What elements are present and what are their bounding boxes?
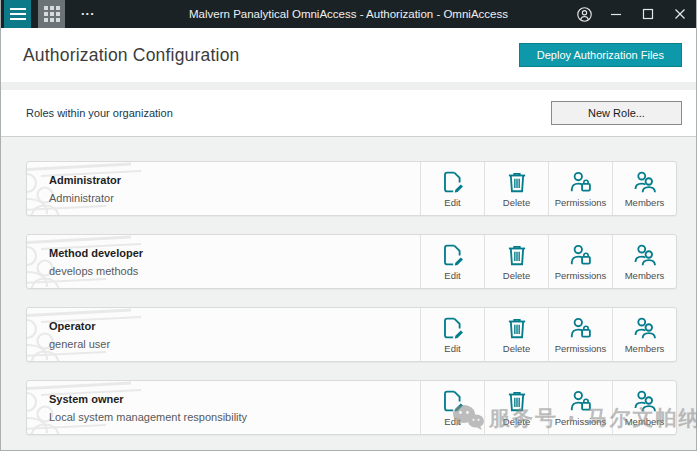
edit-icon (440, 169, 466, 195)
roles-section-label: Roles within your organization (26, 107, 173, 119)
apps-grid-icon[interactable] (38, 0, 65, 28)
members-icon (632, 315, 658, 341)
permissions-icon (568, 388, 594, 414)
page-title: Authorization Configuration (23, 45, 240, 66)
minimize-button[interactable] (600, 0, 632, 28)
delete-icon (504, 315, 530, 341)
roles-list: Administrator Administrator Edit Delete (1, 137, 696, 435)
edit-label: Edit (444, 416, 460, 427)
delete-button[interactable]: Delete (484, 162, 548, 215)
role-description: Administrator (49, 192, 420, 204)
permissions-button[interactable]: Permissions (548, 235, 612, 288)
role-description: develops methods (49, 265, 420, 277)
role-description: Local system management responsibility (49, 411, 420, 423)
edit-button[interactable]: Edit (420, 308, 484, 361)
delete-button[interactable]: Delete (484, 381, 548, 434)
delete-button[interactable]: Delete (484, 235, 548, 288)
edit-icon (440, 242, 466, 268)
permissions-icon (568, 315, 594, 341)
edit-icon (440, 388, 466, 414)
role-info: Administrator Administrator (27, 162, 420, 215)
permissions-icon (568, 242, 594, 268)
delete-label: Delete (503, 416, 530, 427)
members-button[interactable]: Members (612, 308, 676, 361)
role-info: Operator general user (27, 308, 420, 361)
role-row: System owner Local system management res… (26, 380, 677, 435)
permissions-label: Permissions (555, 416, 607, 427)
members-icon (632, 169, 658, 195)
permissions-button[interactable]: Permissions (548, 162, 612, 215)
role-description: general user (49, 338, 420, 350)
members-label: Members (625, 416, 665, 427)
new-role-button[interactable]: New Role... (551, 101, 682, 125)
section-separator (1, 82, 696, 90)
app-window: ... Malvern Panalytical OmniAccess - Aut… (0, 0, 697, 451)
permissions-label: Permissions (555, 270, 607, 281)
role-name: Operator (49, 320, 420, 332)
delete-label: Delete (503, 197, 530, 208)
deploy-authorization-files-button[interactable]: Deploy Authorization Files (519, 43, 682, 67)
role-info: System owner Local system management res… (27, 381, 420, 434)
permissions-label: Permissions (555, 197, 607, 208)
edit-label: Edit (444, 343, 460, 354)
members-label: Members (625, 197, 665, 208)
members-button[interactable]: Members (612, 381, 676, 434)
permissions-label: Permissions (555, 343, 607, 354)
hamburger-menu-icon[interactable] (4, 0, 31, 28)
role-row: Method developer develops methods Edit D… (26, 234, 677, 289)
edit-button[interactable]: Edit (420, 235, 484, 288)
role-name: Administrator (49, 174, 420, 186)
roles-subheader: Roles within your organization New Role.… (1, 90, 696, 137)
members-label: Members (625, 343, 665, 354)
close-button[interactable] (664, 0, 696, 28)
delete-label: Delete (503, 270, 530, 281)
delete-label: Delete (503, 343, 530, 354)
page-header: Authorization Configuration Deploy Autho… (1, 28, 696, 82)
delete-button[interactable]: Delete (484, 308, 548, 361)
titlebar: ... Malvern Panalytical OmniAccess - Aut… (1, 0, 696, 28)
role-info: Method developer develops methods (27, 235, 420, 288)
role-watermark-people-icon (27, 162, 161, 215)
maximize-button[interactable] (632, 0, 664, 28)
role-name: System owner (49, 393, 420, 405)
members-icon (632, 388, 658, 414)
delete-icon (504, 169, 530, 195)
edit-label: Edit (444, 197, 460, 208)
role-watermark-people-icon (27, 235, 161, 288)
edit-label: Edit (444, 270, 460, 281)
members-button[interactable]: Members (612, 162, 676, 215)
role-watermark-people-icon (27, 308, 161, 361)
edit-button[interactable]: Edit (420, 381, 484, 434)
role-name: Method developer (49, 247, 420, 259)
role-watermark-people-icon (27, 381, 161, 434)
role-row: Operator general user Edit Delete (26, 307, 677, 362)
role-row: Administrator Administrator Edit Delete (26, 161, 677, 216)
delete-icon (504, 242, 530, 268)
members-icon (632, 242, 658, 268)
members-label: Members (625, 270, 665, 281)
edit-button[interactable]: Edit (420, 162, 484, 215)
account-icon[interactable] (568, 0, 600, 28)
permissions-icon (568, 169, 594, 195)
permissions-button[interactable]: Permissions (548, 381, 612, 434)
members-button[interactable]: Members (612, 235, 676, 288)
permissions-button[interactable]: Permissions (548, 308, 612, 361)
delete-icon (504, 388, 530, 414)
edit-icon (440, 315, 466, 341)
overflow-menu[interactable]: ... (81, 6, 95, 16)
